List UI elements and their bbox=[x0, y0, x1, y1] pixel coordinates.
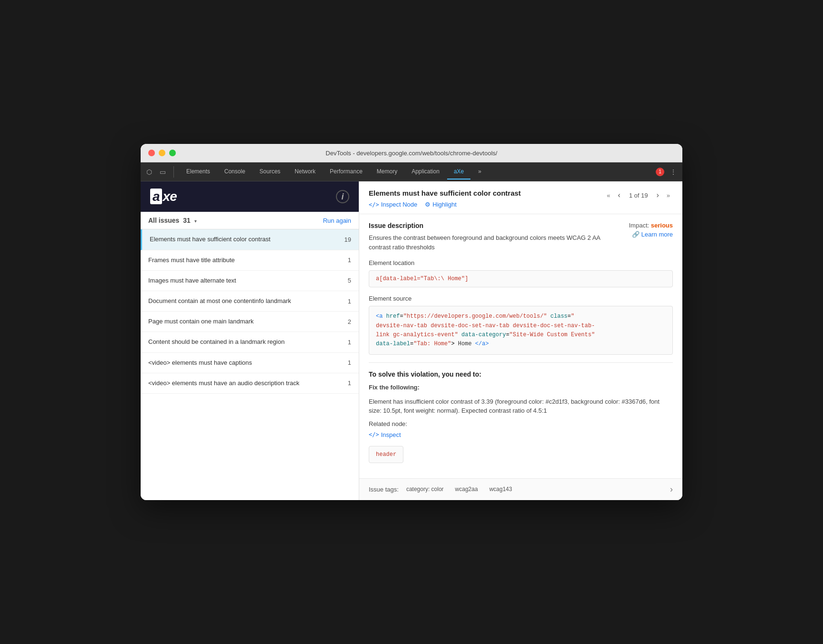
titlebar: DevTools - developers.google.com/web/too… bbox=[141, 144, 682, 162]
issue-title: Elements must have sufficient color cont… bbox=[369, 189, 521, 197]
issue-item-text-5: Content should be contained in a landmar… bbox=[148, 338, 340, 346]
close-button[interactable] bbox=[148, 150, 155, 156]
learn-more-link[interactable]: 🔗 Learn more bbox=[616, 231, 673, 238]
issue-count-5: 1 bbox=[340, 339, 351, 346]
run-again-button[interactable]: Run again bbox=[323, 217, 351, 224]
nav-prev-button[interactable]: ‹ bbox=[615, 189, 623, 201]
related-node-inspect-link[interactable]: </> Inspect bbox=[369, 431, 673, 438]
issue-item-2[interactable]: Images must have alternate text 5 bbox=[141, 271, 359, 291]
error-count: 1 bbox=[659, 169, 661, 174]
axe-logo: axe bbox=[150, 189, 177, 204]
impact-text: Impact: bbox=[629, 222, 650, 229]
inspect-node-label: Inspect Node bbox=[381, 201, 418, 208]
tab-more[interactable]: » bbox=[471, 164, 488, 180]
issue-item-0[interactable]: Elements must have sufficient color cont… bbox=[141, 229, 359, 250]
fix-label: Fix the following: bbox=[369, 384, 420, 391]
section-divider bbox=[369, 362, 673, 363]
tags-chevron-icon[interactable]: › bbox=[670, 484, 673, 494]
highlight-label: Highlight bbox=[432, 201, 457, 208]
main-layout: axe i All issues 31 ▾ Run again Eleme bbox=[141, 181, 682, 500]
tab-application[interactable]: Application bbox=[405, 164, 446, 180]
nav-controls: « ‹ 1 of 19 › » bbox=[604, 189, 673, 201]
issue-item-text-2: Images must have alternate text bbox=[148, 276, 340, 285]
element-source-code: <a href="https://developers.google.com/w… bbox=[369, 306, 673, 355]
tab-network[interactable]: Network bbox=[288, 164, 322, 180]
element-location-code-text: a[data-label="Tab\:\ Home"] bbox=[376, 275, 468, 282]
nav-first-button[interactable]: « bbox=[604, 190, 613, 201]
issue-content: Issue description Ensures the contrast b… bbox=[359, 214, 682, 478]
element-location-label: Element location bbox=[369, 259, 673, 266]
desc-left: Issue description Ensures the contrast b… bbox=[369, 222, 616, 259]
nav-count: 1 of 19 bbox=[625, 192, 652, 199]
related-node-code-text: header bbox=[376, 451, 396, 458]
issue-actions: </> Inspect Node ⚙ Highlight bbox=[369, 201, 521, 208]
issue-tags-bar: Issue tags: category: color wcag2aa wcag… bbox=[359, 478, 682, 500]
related-node-inspect-label: Inspect bbox=[381, 431, 401, 438]
issues-count: 31 bbox=[183, 217, 191, 224]
tab-sources[interactable]: Sources bbox=[253, 164, 287, 180]
nav-total: 19 bbox=[641, 192, 648, 199]
cursor-icon[interactable]: ⬡ bbox=[144, 166, 154, 178]
issue-header-left: Elements must have sufficient color cont… bbox=[369, 189, 521, 208]
related-node-label: Related node: bbox=[369, 420, 673, 427]
tab-axe[interactable]: aXe bbox=[447, 164, 470, 180]
info-icon[interactable]: i bbox=[336, 190, 349, 203]
issue-count-1: 1 bbox=[340, 256, 351, 264]
desc-right: Impact: serious 🔗 Learn more bbox=[616, 222, 673, 238]
right-panel: Elements must have sufficient color cont… bbox=[359, 181, 682, 500]
more-options-icon[interactable]: ⋮ bbox=[668, 166, 679, 178]
issue-item-3[interactable]: Document contain at most one contentinfo… bbox=[141, 291, 359, 312]
tab-memory[interactable]: Memory bbox=[370, 164, 404, 180]
tab-elements[interactable]: Elements bbox=[180, 164, 217, 180]
devtools-window: DevTools - developers.google.com/web/too… bbox=[141, 144, 682, 500]
issue-item-1[interactable]: Frames must have title attribute 1 bbox=[141, 250, 359, 271]
nav-of: of bbox=[634, 192, 641, 199]
external-link-icon: 🔗 bbox=[632, 231, 640, 238]
maximize-button[interactable] bbox=[169, 150, 176, 156]
impact-value: serious bbox=[651, 222, 673, 229]
error-badge: 1 bbox=[656, 168, 664, 176]
issue-description-text: Ensures the contrast between foreground … bbox=[369, 233, 616, 252]
issue-item-text-1: Frames must have title attribute bbox=[148, 256, 340, 265]
all-issues-label: All issues 31 ▾ bbox=[148, 217, 323, 224]
dropdown-arrow-icon[interactable]: ▾ bbox=[194, 218, 197, 224]
issue-item-5[interactable]: Content should be contained in a landmar… bbox=[141, 332, 359, 352]
tag-1: wcag2aa bbox=[451, 485, 482, 493]
inspect-node-link[interactable]: </> Inspect Node bbox=[369, 201, 417, 208]
minimize-button[interactable] bbox=[159, 150, 165, 156]
issue-item-text-3: Document contain at most one contentinfo… bbox=[148, 297, 340, 305]
devtools-icon-group: ⬡ ▭ bbox=[144, 166, 174, 178]
learn-more-label: Learn more bbox=[641, 231, 673, 238]
issue-count-6: 1 bbox=[340, 359, 351, 366]
fix-text-label: Fix the following: bbox=[369, 383, 673, 392]
issue-count-3: 1 bbox=[340, 298, 351, 305]
tag-0: category: color bbox=[402, 485, 448, 493]
related-node-code: header bbox=[369, 446, 403, 463]
highlight-icon: ⚙ bbox=[425, 201, 431, 208]
impact-label: Impact: serious bbox=[616, 222, 673, 229]
nav-last-button[interactable]: » bbox=[664, 190, 673, 201]
element-source-label: Element source bbox=[369, 295, 673, 302]
issue-item-4[interactable]: Page must contain one main landmark 2 bbox=[141, 312, 359, 332]
issue-list: Elements must have sufficient color cont… bbox=[141, 229, 359, 500]
tab-performance[interactable]: Performance bbox=[323, 164, 369, 180]
devtools-tabs: Elements Console Sources Network Perform… bbox=[180, 164, 656, 180]
nav-current: 1 bbox=[629, 192, 632, 199]
violation-title: To solve this violation, you need to: bbox=[369, 370, 673, 378]
devtools-right-controls: 1 ⋮ bbox=[656, 166, 679, 178]
code-icon-2: </> bbox=[369, 431, 379, 438]
highlight-link[interactable]: ⚙ Highlight bbox=[425, 201, 457, 208]
issue-count-7: 1 bbox=[340, 379, 351, 387]
tab-console[interactable]: Console bbox=[218, 164, 252, 180]
issue-item-7[interactable]: <video> elements must have an audio desc… bbox=[141, 373, 359, 394]
left-panel: axe i All issues 31 ▾ Run again Eleme bbox=[141, 181, 359, 500]
desc-impact-row: Issue description Ensures the contrast b… bbox=[369, 222, 673, 259]
fix-text: Element has insufficient color contrast … bbox=[369, 397, 673, 416]
issue-item-6[interactable]: <video> elements must have captions 1 bbox=[141, 353, 359, 373]
element-location-code: a[data-label="Tab\:\ Home"] bbox=[369, 270, 673, 287]
nav-next-button[interactable]: › bbox=[653, 189, 661, 201]
device-icon[interactable]: ▭ bbox=[158, 166, 168, 178]
all-issues-text: All issues 31 bbox=[148, 217, 192, 224]
issue-count-2: 5 bbox=[340, 277, 351, 284]
traffic-lights bbox=[148, 150, 176, 156]
